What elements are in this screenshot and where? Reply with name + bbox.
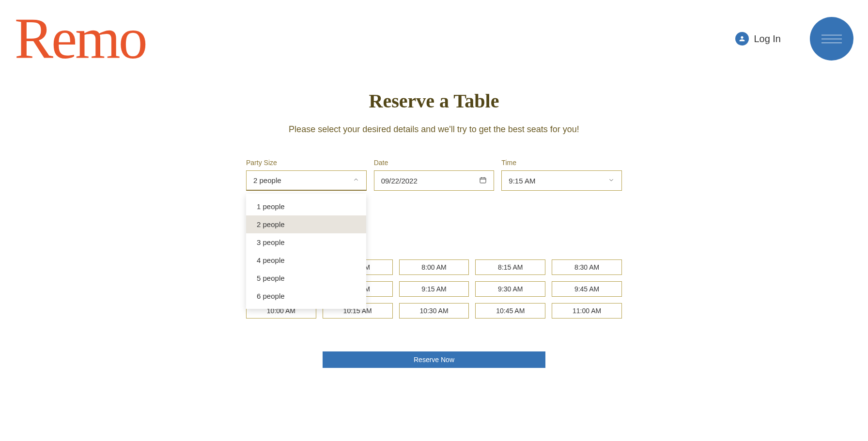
date-select[interactable]: 09/22/2022 — [374, 170, 495, 191]
party-size-option-5[interactable]: 5 people — [246, 269, 366, 287]
user-icon — [735, 32, 749, 46]
time-slot[interactable]: 9:30 AM — [475, 281, 545, 297]
party-size-value: 2 people — [253, 176, 281, 184]
time-slot[interactable]: 10:30 AM — [399, 303, 469, 319]
chevron-up-icon — [353, 176, 359, 184]
date-label: Date — [374, 159, 495, 167]
party-size-option-4[interactable]: 4 people — [246, 251, 366, 269]
reserve-button[interactable]: Reserve Now — [323, 351, 545, 368]
party-size-label: Party Size — [246, 159, 367, 167]
header: Remo Log In — [0, 0, 868, 77]
header-right: Log In — [735, 17, 853, 61]
date-value: 09/22/2022 — [381, 177, 418, 185]
time-slot[interactable]: 8:30 AM — [552, 259, 622, 275]
time-slot[interactable]: 8:15 AM — [475, 259, 545, 275]
form-container: Party Size 2 people Date 09/22/2022 Time — [246, 159, 622, 191]
login-button[interactable]: Log In — [735, 32, 781, 46]
date-group: Date 09/22/2022 — [374, 159, 495, 191]
time-slot[interactable]: 10:45 AM — [475, 303, 545, 319]
time-slot[interactable]: 11:00 AM — [552, 303, 622, 319]
page-title: Reserve a Table — [369, 90, 499, 112]
party-size-option-2[interactable]: 2 people — [246, 215, 366, 233]
party-size-option-1[interactable]: 1 people — [246, 198, 366, 215]
time-label: Time — [501, 159, 622, 167]
time-slot[interactable]: 9:45 AM — [552, 281, 622, 297]
logo[interactable]: Remo — [15, 10, 146, 68]
party-size-option-6[interactable]: 6 people — [246, 287, 366, 305]
main-content: Reserve a Table Please select your desir… — [0, 77, 868, 368]
chevron-down-icon — [608, 177, 615, 185]
time-slot[interactable]: 9:15 AM — [399, 281, 469, 297]
time-slot[interactable]: 8:00 AM — [399, 259, 469, 275]
time-value: 9:15 AM — [509, 177, 535, 185]
menu-line-icon — [822, 43, 842, 43]
page-subtitle: Please select your desired details and w… — [289, 124, 579, 135]
party-size-group: Party Size 2 people — [246, 159, 367, 191]
menu-button[interactable] — [810, 17, 853, 61]
party-size-option-3[interactable]: 3 people — [246, 233, 366, 251]
time-group: Time 9:15 AM — [501, 159, 622, 191]
login-label: Log In — [754, 33, 781, 45]
party-size-dropdown: 1 people 2 people 3 people 4 people 5 pe… — [246, 194, 366, 309]
party-size-select[interactable]: 2 people — [246, 170, 367, 191]
time-select[interactable]: 9:15 AM — [501, 170, 622, 191]
calendar-icon — [479, 176, 487, 185]
svg-rect-0 — [480, 178, 486, 183]
menu-line-icon — [822, 35, 842, 35]
menu-line-icon — [822, 39, 842, 39]
